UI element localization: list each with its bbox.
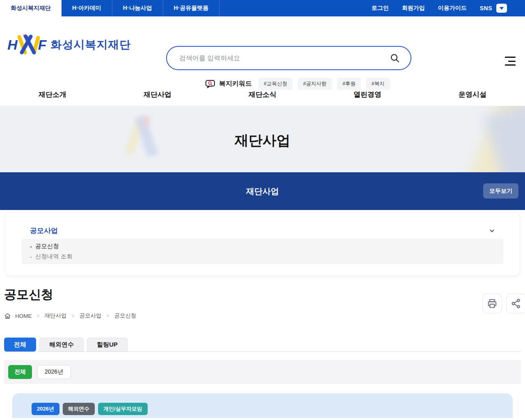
page-title: 공모신청 [4, 286, 521, 303]
sns-group: SNS [480, 4, 507, 13]
site-header: H F 화성시복지재단 복지키워드 #교육신청 #공지사항 [0, 16, 525, 83]
sns-label: SNS [480, 5, 492, 11]
page-content: 공모신청 HOME > 재단사업 > 공모사업 > 공모신청 [0, 286, 525, 418]
share-icon [511, 298, 521, 309]
chevron-down-icon [489, 228, 495, 234]
hero-banner: 재단사업 [0, 106, 525, 172]
caret-down-icon [500, 7, 504, 10]
welfare-keywords: 복지키워드 #교육신청 #공지사항 #후원 #복지 [205, 78, 395, 90]
submenu-card: 공모사업 공모신청 신청내역 조회 [5, 212, 520, 276]
search-icon [390, 53, 400, 63]
breadcrumb-contest[interactable]: 공모사업 [80, 312, 102, 320]
site-tab-sharing[interactable]: H·나눔사업 [112, 0, 163, 16]
utility-links: 로그인 회원가입 이용가이드 SNS [372, 0, 525, 16]
breadcrumb-separator: > [37, 313, 40, 319]
tab-healing-up[interactable]: 힐링UP [87, 338, 128, 352]
badge-year: 2026년 [32, 403, 59, 415]
tab-all[interactable]: 전체 [4, 338, 36, 352]
breadcrumb-programs[interactable]: 재단사업 [45, 312, 67, 320]
breadcrumb-apply[interactable]: 공모신청 [114, 312, 137, 320]
badge-category: 해외연수 [63, 403, 95, 415]
filter-year-button[interactable]: 2026년 [37, 365, 71, 379]
nav-item-programs[interactable]: 재단사업 [105, 83, 210, 106]
login-link[interactable]: 로그인 [372, 5, 389, 12]
hero-title: 재단사업 [0, 131, 525, 150]
search-bar [166, 46, 411, 70]
menu-button[interactable] [505, 57, 516, 66]
keyword-chip-education[interactable]: #교육신청 [258, 78, 292, 90]
filter-all-button[interactable]: 전체 [8, 365, 32, 379]
breadcrumb-home[interactable]: HOME [15, 313, 32, 319]
submenu-item-label: 공모신청 [35, 242, 59, 250]
breadcrumb-separator: > [107, 313, 110, 319]
site-tab-platform[interactable]: H·공유플랫폼 [163, 0, 220, 16]
keyword-title: 복지키워드 [219, 80, 252, 88]
nav-item-facilities[interactable]: 운영시설 [420, 83, 525, 106]
view-all-button[interactable]: 모두보기 [483, 183, 518, 199]
nav-item-about[interactable]: 재단소개 [0, 83, 105, 106]
category-tabs: 전체 해외연수 힐링UP [4, 338, 521, 352]
page-actions [482, 294, 525, 313]
share-button[interactable] [506, 294, 525, 313]
submenu-item-label: 신청내역 조회 [35, 253, 73, 260]
breadcrumb: HOME > 재단사업 > 공모사업 > 공모신청 [4, 312, 521, 320]
sns-dropdown-button[interactable] [496, 4, 507, 13]
logo-text: 화성시복지재단 [50, 37, 131, 52]
logo-w-mark-icon [16, 34, 40, 55]
keyword-chip-welfare[interactable]: #복지 [366, 78, 390, 90]
site-tab-foundation[interactable]: 화성시복지재단 [0, 0, 62, 16]
submenu-header[interactable]: 공모사업 [22, 226, 503, 239]
tab-overseas-training[interactable]: 해외연수 [39, 338, 84, 352]
section-bar-title: 재단사업 [246, 186, 279, 197]
submenu-item-apply[interactable]: 공모신청 [22, 241, 503, 251]
breadcrumb-separator: > [72, 313, 75, 319]
print-button[interactable] [482, 294, 502, 313]
print-icon [487, 298, 498, 309]
badge-target: 개인/실무자모임 [98, 403, 148, 415]
search-button[interactable] [390, 53, 411, 63]
submenu-group-label: 공모사업 [30, 226, 58, 235]
submenu-item-history[interactable]: 신청내역 조회 [22, 251, 503, 262]
site-logo[interactable]: H F 화성시복지재단 [7, 34, 131, 55]
keyword-chip-notice[interactable]: #공지사항 [298, 78, 332, 90]
menu-icon [505, 57, 516, 58]
result-card[interactable]: 2026년 해외연수 개인/실무자모임 [12, 393, 513, 418]
keyword-chip-donation[interactable]: #후원 [337, 78, 361, 90]
logo-letter-f: F [38, 37, 47, 53]
guide-link[interactable]: 이용가이드 [438, 5, 467, 12]
signup-link[interactable]: 회원가입 [402, 5, 425, 12]
section-bar: 재단사업 모두보기 [0, 172, 525, 210]
submenu-list: 공모신청 신청내역 조회 [22, 239, 503, 264]
keyword-bubble-icon [205, 79, 216, 89]
site-family-tabs: 화성시복지재단 H·아카데미 H·나눔사업 H·공유플랫폼 [0, 0, 219, 16]
filter-bar: 전체 2026년 [4, 360, 521, 384]
site-tab-academy[interactable]: H·아카데미 [62, 0, 112, 16]
search-input[interactable] [167, 55, 390, 62]
top-utility-bar: 화성시복지재단 H·아카데미 H·나눔사업 H·공유플랫폼 로그인 회원가입 이… [0, 0, 525, 16]
home-icon[interactable] [4, 313, 11, 320]
